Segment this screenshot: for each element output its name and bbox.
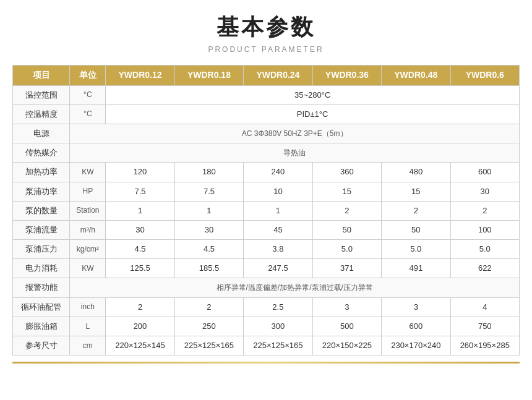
row-value-11-3: 3 bbox=[312, 297, 381, 317]
row-unit-5: HP bbox=[70, 182, 106, 201]
row-value-6-4: 2 bbox=[382, 201, 450, 220]
row-label-13: 参考尺寸 bbox=[13, 336, 70, 355]
row-value-6-3: 2 bbox=[312, 201, 381, 220]
row-value-11-5: 4 bbox=[450, 297, 519, 317]
row-value-4-5: 600 bbox=[450, 163, 519, 182]
table-row: 控温精度°CPID±1°C bbox=[13, 104, 520, 124]
header-cell-5: YWDR0.36 bbox=[312, 66, 381, 86]
row-value-5-0: 7.5 bbox=[106, 182, 174, 201]
row-value-7-2: 45 bbox=[244, 220, 312, 239]
row-value-9-0: 125.5 bbox=[106, 259, 174, 278]
row-value-8-5: 5.0 bbox=[450, 240, 519, 259]
row-value-12-2: 300 bbox=[244, 317, 312, 336]
table-row: 电源AC 3Φ380V 50HZ 3P+E（5m） bbox=[13, 124, 520, 143]
header-cell-0: 项目 bbox=[13, 66, 70, 86]
header-cell-6: YWDR0.48 bbox=[382, 66, 450, 86]
table-row: 温控范围°C35~280°C bbox=[13, 85, 520, 104]
row-value-9-4: 491 bbox=[382, 259, 450, 278]
row-value-6-0: 1 bbox=[106, 201, 174, 220]
row-unit-12: L bbox=[70, 317, 106, 336]
page-title: 基本参数 bbox=[217, 12, 315, 43]
row-label-8: 泵浦压力 bbox=[13, 240, 70, 259]
row-value-9-3: 371 bbox=[312, 259, 381, 278]
row-unit-9: KW bbox=[70, 259, 106, 278]
row-value-4-0: 120 bbox=[106, 163, 174, 182]
row-value-7-1: 30 bbox=[174, 220, 243, 239]
row-value-6-1: 1 bbox=[174, 201, 243, 220]
row-value-13-3: 220×150×225 bbox=[312, 336, 381, 355]
row-label-0: 温控范围 bbox=[13, 85, 70, 104]
row-value-8-3: 5.0 bbox=[312, 240, 381, 259]
row-value-5-2: 10 bbox=[244, 182, 312, 201]
row-value-13-0: 220×125×145 bbox=[106, 336, 174, 355]
row-value-13-2: 225×125×165 bbox=[244, 336, 312, 355]
row-label-11: 循环油配管 bbox=[13, 297, 70, 317]
row-unit-11: inch bbox=[70, 297, 106, 317]
table-row: 膨胀油箱L200250300500600750 bbox=[13, 317, 520, 336]
row-value-5-4: 15 bbox=[382, 182, 450, 201]
bottom-decorative-line bbox=[12, 362, 520, 364]
row-value-8-0: 4.5 bbox=[106, 240, 174, 259]
table-row: 参考尺寸cm220×125×145225×125×165225×125×1652… bbox=[13, 336, 520, 355]
row-merged-value-10: 相序异常/温度偏差/加热异常/泵浦过载/压力异常 bbox=[70, 278, 520, 297]
header-cell-4: YWDR0.24 bbox=[244, 66, 312, 86]
table-row: 泵浦压力kg/cm²4.54.53.85.05.05.0 bbox=[13, 240, 520, 259]
row-value-12-5: 750 bbox=[450, 317, 519, 336]
row-merged-value-0: 35~280°C bbox=[106, 85, 520, 104]
header-cell-3: YWDR0.18 bbox=[174, 66, 243, 86]
row-value-8-4: 5.0 bbox=[382, 240, 450, 259]
row-value-4-4: 480 bbox=[382, 163, 450, 182]
row-merged-value-3: 导热油 bbox=[70, 143, 520, 163]
row-value-11-1: 2 bbox=[174, 297, 243, 317]
row-label-7: 泵浦流量 bbox=[13, 220, 70, 239]
row-label-12: 膨胀油箱 bbox=[13, 317, 70, 336]
param-table: 项目单位YWDR0.12YWDR0.18YWDR0.24YWDR0.36YWDR… bbox=[12, 65, 520, 355]
table-row: 循环油配管inch222.5334 bbox=[13, 297, 520, 317]
row-merged-value-2: AC 3Φ380V 50HZ 3P+E（5m） bbox=[70, 124, 520, 143]
row-unit-7: m³/h bbox=[70, 220, 106, 239]
row-value-8-2: 3.8 bbox=[244, 240, 312, 259]
row-value-12-0: 200 bbox=[106, 317, 174, 336]
row-label-2: 电源 bbox=[13, 124, 70, 143]
table-row: 泵的数量Station111222 bbox=[13, 201, 520, 220]
row-unit-0: °C bbox=[70, 85, 106, 104]
row-label-6: 泵的数量 bbox=[13, 201, 70, 220]
row-value-5-3: 15 bbox=[312, 182, 381, 201]
row-merged-value-1: PID±1°C bbox=[106, 104, 520, 124]
row-value-7-4: 50 bbox=[382, 220, 450, 239]
row-label-9: 电力消耗 bbox=[13, 259, 70, 278]
row-value-7-5: 100 bbox=[450, 220, 519, 239]
table-row: 传热媒介导热油 bbox=[13, 143, 520, 163]
row-label-4: 加热功率 bbox=[13, 163, 70, 182]
page-subtitle: PRODUCT PARAMETER bbox=[208, 45, 324, 54]
table-row: 泵浦功率HP7.57.510151530 bbox=[13, 182, 520, 201]
row-value-7-0: 30 bbox=[106, 220, 174, 239]
row-value-13-4: 230×170×240 bbox=[382, 336, 450, 355]
row-unit-4: KW bbox=[70, 163, 106, 182]
row-value-5-5: 30 bbox=[450, 182, 519, 201]
row-value-4-3: 360 bbox=[312, 163, 381, 182]
table-row: 报警功能相序异常/温度偏差/加热异常/泵浦过载/压力异常 bbox=[13, 278, 520, 297]
row-label-10: 报警功能 bbox=[13, 278, 70, 297]
row-value-4-1: 180 bbox=[174, 163, 243, 182]
row-value-9-2: 247.5 bbox=[244, 259, 312, 278]
row-value-8-1: 4.5 bbox=[174, 240, 243, 259]
row-value-11-2: 2.5 bbox=[244, 297, 312, 317]
table-header-row: 项目单位YWDR0.12YWDR0.18YWDR0.24YWDR0.36YWDR… bbox=[13, 66, 520, 86]
header-cell-2: YWDR0.12 bbox=[106, 66, 174, 86]
row-value-12-1: 250 bbox=[174, 317, 243, 336]
table-row: 泵浦流量m³/h3030455050100 bbox=[13, 220, 520, 239]
row-value-13-1: 225×125×165 bbox=[174, 336, 243, 355]
row-unit-13: cm bbox=[70, 336, 106, 355]
row-label-5: 泵浦功率 bbox=[13, 182, 70, 201]
row-label-3: 传热媒介 bbox=[13, 143, 70, 163]
row-value-13-5: 260×195×285 bbox=[450, 336, 519, 355]
row-value-12-4: 600 bbox=[382, 317, 450, 336]
table-row: 电力消耗KW125.5185.5247.5371491622 bbox=[13, 259, 520, 278]
row-value-9-5: 622 bbox=[450, 259, 519, 278]
row-unit-1: °C bbox=[70, 104, 106, 124]
row-value-6-2: 1 bbox=[244, 201, 312, 220]
row-value-7-3: 50 bbox=[312, 220, 381, 239]
header-cell-1: 单位 bbox=[70, 66, 106, 86]
row-value-11-0: 2 bbox=[106, 297, 174, 317]
